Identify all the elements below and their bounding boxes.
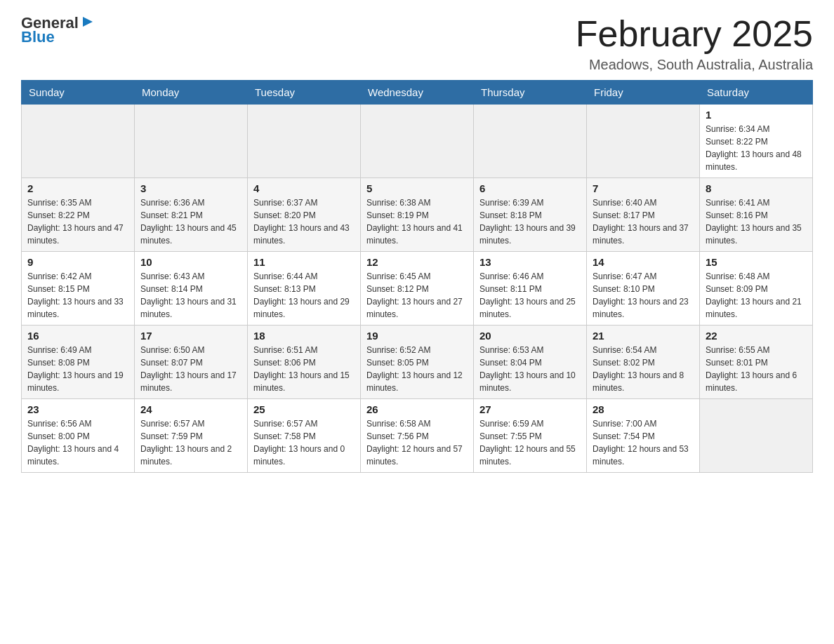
day-info: Sunrise: 6:44 AM Sunset: 8:13 PM Dayligh… (253, 270, 355, 321)
day-info: Sunrise: 6:57 AM Sunset: 7:58 PM Dayligh… (253, 417, 355, 468)
calendar-cell: 17Sunrise: 6:50 AM Sunset: 8:07 PM Dayli… (135, 326, 248, 399)
day-number: 9 (27, 256, 128, 268)
title-block: February 2025 Meadows, South Australia, … (576, 14, 813, 73)
calendar-cell: 3Sunrise: 6:36 AM Sunset: 8:21 PM Daylig… (135, 178, 248, 252)
day-info: Sunrise: 7:00 AM Sunset: 7:54 PM Dayligh… (593, 417, 694, 468)
calendar-cell: 4Sunrise: 6:37 AM Sunset: 8:20 PM Daylig… (248, 178, 361, 252)
day-number: 23 (27, 403, 128, 415)
location-title: Meadows, South Australia, Australia (576, 57, 813, 73)
day-number: 10 (140, 256, 241, 268)
col-header-monday: Monday (135, 81, 248, 105)
day-info: Sunrise: 6:43 AM Sunset: 8:14 PM Dayligh… (140, 270, 241, 321)
calendar-cell: 1Sunrise: 6:34 AM Sunset: 8:22 PM Daylig… (700, 105, 813, 178)
day-number: 14 (593, 256, 694, 268)
day-info: Sunrise: 6:47 AM Sunset: 8:10 PM Dayligh… (593, 270, 694, 321)
calendar-cell: 11Sunrise: 6:44 AM Sunset: 8:13 PM Dayli… (248, 252, 361, 326)
calendar-cell: 13Sunrise: 6:46 AM Sunset: 8:11 PM Dayli… (474, 252, 587, 326)
calendar-cell: 10Sunrise: 6:43 AM Sunset: 8:14 PM Dayli… (135, 252, 248, 326)
day-info: Sunrise: 6:36 AM Sunset: 8:21 PM Dayligh… (140, 196, 241, 247)
day-info: Sunrise: 6:51 AM Sunset: 8:06 PM Dayligh… (253, 344, 355, 394)
day-number: 5 (366, 182, 468, 194)
day-info: Sunrise: 6:35 AM Sunset: 8:22 PM Dayligh… (27, 196, 128, 247)
day-number: 16 (27, 330, 128, 342)
col-header-sunday: Sunday (22, 81, 135, 105)
col-header-tuesday: Tuesday (248, 81, 361, 105)
day-info: Sunrise: 6:52 AM Sunset: 8:05 PM Dayligh… (366, 344, 468, 394)
day-number: 4 (253, 182, 355, 194)
day-info: Sunrise: 6:54 AM Sunset: 8:02 PM Dayligh… (593, 344, 694, 394)
day-info: Sunrise: 6:34 AM Sunset: 8:22 PM Dayligh… (706, 123, 807, 173)
calendar-cell: 23Sunrise: 6:56 AM Sunset: 8:00 PM Dayli… (22, 399, 135, 473)
day-number: 15 (706, 256, 807, 268)
day-number: 8 (706, 182, 807, 194)
day-number: 11 (253, 256, 355, 268)
day-number: 2 (27, 182, 128, 194)
calendar-row: 9Sunrise: 6:42 AM Sunset: 8:15 PM Daylig… (22, 252, 813, 326)
day-info: Sunrise: 6:50 AM Sunset: 8:07 PM Dayligh… (140, 344, 241, 394)
day-number: 12 (366, 256, 468, 268)
day-info: Sunrise: 6:48 AM Sunset: 8:09 PM Dayligh… (706, 270, 807, 321)
day-number: 20 (479, 330, 581, 342)
day-info: Sunrise: 6:58 AM Sunset: 7:56 PM Dayligh… (366, 417, 468, 468)
calendar-cell: 18Sunrise: 6:51 AM Sunset: 8:06 PM Dayli… (248, 326, 361, 399)
day-number: 17 (140, 330, 241, 342)
calendar-cell: 8Sunrise: 6:41 AM Sunset: 8:16 PM Daylig… (700, 178, 813, 252)
calendar-cell: 14Sunrise: 6:47 AM Sunset: 8:10 PM Dayli… (587, 252, 700, 326)
day-info: Sunrise: 6:55 AM Sunset: 8:01 PM Dayligh… (706, 344, 807, 394)
calendar-row: 23Sunrise: 6:56 AM Sunset: 8:00 PM Dayli… (22, 399, 813, 473)
calendar-cell: 15Sunrise: 6:48 AM Sunset: 8:09 PM Dayli… (700, 252, 813, 326)
calendar-cell (22, 105, 135, 178)
svg-marker-0 (83, 17, 93, 27)
day-number: 24 (140, 403, 241, 415)
calendar-row: 1Sunrise: 6:34 AM Sunset: 8:22 PM Daylig… (22, 105, 813, 178)
calendar-cell: 19Sunrise: 6:52 AM Sunset: 8:05 PM Dayli… (361, 326, 474, 399)
day-info: Sunrise: 6:59 AM Sunset: 7:55 PM Dayligh… (479, 417, 581, 468)
calendar-cell: 25Sunrise: 6:57 AM Sunset: 7:58 PM Dayli… (248, 399, 361, 473)
calendar-cell (135, 105, 248, 178)
day-info: Sunrise: 6:53 AM Sunset: 8:04 PM Dayligh… (479, 344, 581, 394)
day-info: Sunrise: 6:45 AM Sunset: 8:12 PM Dayligh… (366, 270, 468, 321)
day-info: Sunrise: 6:57 AM Sunset: 7:59 PM Dayligh… (140, 417, 241, 468)
day-number: 26 (366, 403, 468, 415)
day-number: 25 (253, 403, 355, 415)
day-info: Sunrise: 6:41 AM Sunset: 8:16 PM Dayligh… (706, 196, 807, 247)
calendar-cell (587, 105, 700, 178)
day-info: Sunrise: 6:46 AM Sunset: 8:11 PM Dayligh… (479, 270, 581, 321)
day-info: Sunrise: 6:37 AM Sunset: 8:20 PM Dayligh… (253, 196, 355, 247)
day-info: Sunrise: 6:40 AM Sunset: 8:17 PM Dayligh… (593, 196, 694, 247)
day-number: 3 (140, 182, 241, 194)
logo: General Blue (21, 14, 95, 46)
col-header-wednesday: Wednesday (361, 81, 474, 105)
calendar-row: 16Sunrise: 6:49 AM Sunset: 8:08 PM Dayli… (22, 326, 813, 399)
day-info: Sunrise: 6:39 AM Sunset: 8:18 PM Dayligh… (479, 196, 581, 247)
day-number: 19 (366, 330, 468, 342)
col-header-thursday: Thursday (474, 81, 587, 105)
day-info: Sunrise: 6:42 AM Sunset: 8:15 PM Dayligh… (27, 270, 128, 321)
calendar-cell: 5Sunrise: 6:38 AM Sunset: 8:19 PM Daylig… (361, 178, 474, 252)
calendar-cell: 9Sunrise: 6:42 AM Sunset: 8:15 PM Daylig… (22, 252, 135, 326)
calendar-cell: 6Sunrise: 6:39 AM Sunset: 8:18 PM Daylig… (474, 178, 587, 252)
calendar-cell: 27Sunrise: 6:59 AM Sunset: 7:55 PM Dayli… (474, 399, 587, 473)
calendar-cell: 12Sunrise: 6:45 AM Sunset: 8:12 PM Dayli… (361, 252, 474, 326)
logo-arrow-icon (80, 14, 95, 29)
calendar-cell: 2Sunrise: 6:35 AM Sunset: 8:22 PM Daylig… (22, 178, 135, 252)
day-number: 27 (479, 403, 581, 415)
calendar-table: SundayMondayTuesdayWednesdayThursdayFrid… (21, 80, 813, 473)
col-header-friday: Friday (587, 81, 700, 105)
day-number: 28 (593, 403, 694, 415)
day-number: 7 (593, 182, 694, 194)
calendar-cell: 20Sunrise: 6:53 AM Sunset: 8:04 PM Dayli… (474, 326, 587, 399)
day-number: 13 (479, 256, 581, 268)
day-info: Sunrise: 6:38 AM Sunset: 8:19 PM Dayligh… (366, 196, 468, 247)
calendar-cell: 28Sunrise: 7:00 AM Sunset: 7:54 PM Dayli… (587, 399, 700, 473)
day-info: Sunrise: 6:49 AM Sunset: 8:08 PM Dayligh… (27, 344, 128, 394)
logo-blue-text: Blue (21, 28, 55, 46)
calendar-cell: 16Sunrise: 6:49 AM Sunset: 8:08 PM Dayli… (22, 326, 135, 399)
day-number: 18 (253, 330, 355, 342)
col-header-saturday: Saturday (700, 81, 813, 105)
day-info: Sunrise: 6:56 AM Sunset: 8:00 PM Dayligh… (27, 417, 128, 468)
day-number: 6 (479, 182, 581, 194)
day-number: 21 (593, 330, 694, 342)
calendar-cell (474, 105, 587, 178)
day-number: 1 (706, 109, 807, 121)
